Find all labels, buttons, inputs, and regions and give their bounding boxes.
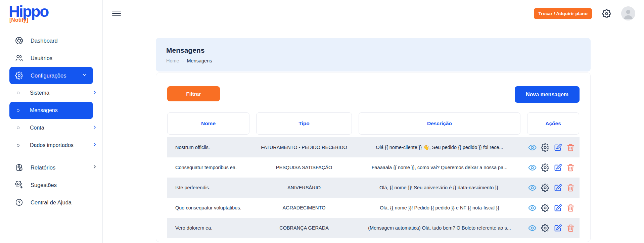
- edit-button[interactable]: [554, 163, 562, 172]
- column-header-tipo[interactable]: Tipo: [256, 112, 352, 135]
- edit-button[interactable]: [554, 143, 562, 152]
- gear-icon: [541, 163, 549, 172]
- chevron-right-icon: [92, 142, 98, 149]
- delete-button[interactable]: [566, 143, 575, 152]
- sidebar-item-label: Relatórios: [31, 164, 55, 171]
- settings-button[interactable]: [541, 204, 549, 212]
- settings-button[interactable]: [541, 163, 549, 172]
- cell-tipo: ANIVERSÁRIO: [253, 185, 355, 190]
- table-row: Consequatur temporibus ea.PESQUISA SATIS…: [167, 157, 580, 178]
- chevron-right-icon: [92, 164, 98, 171]
- cell-descricao: Olá {{ nome-cliente }} 👋, Seu pedido {{ …: [355, 145, 524, 150]
- page-header-card: Mensagens Home · Mensagens: [156, 38, 591, 71]
- menu-toggle-button[interactable]: [112, 11, 121, 16]
- sidebar-nav: DashboardUsuáriosConfiguraçõesSistemaMen…: [0, 32, 102, 211]
- sidebar-item-label: Sistema: [30, 90, 49, 96]
- cell-tipo: AGRADECIMENTO: [253, 205, 355, 210]
- sidebar-item-label: Usuários: [31, 55, 52, 61]
- view-button[interactable]: [528, 184, 537, 192]
- eye-icon: [528, 224, 537, 232]
- brand-logo[interactable]: Hippo [Notify]: [0, 0, 102, 23]
- column-header-descricao[interactable]: Descrição: [359, 112, 520, 135]
- settings-button[interactable]: [541, 143, 549, 152]
- sidebar-item-dados-importados[interactable]: Dados importados: [0, 137, 102, 154]
- settings-gear-icon[interactable]: [602, 9, 611, 18]
- cell-acoes: [524, 224, 579, 232]
- help-icon: [15, 198, 23, 206]
- trash-icon: [566, 163, 575, 172]
- sidebar-item-label: Central de Ajuda: [31, 199, 72, 206]
- eye-icon: [528, 163, 537, 172]
- cell-nome: Quo consequatur voluptatibus.: [167, 205, 253, 210]
- cell-nome: Consequatur temporibus ea.: [167, 165, 253, 170]
- new-message-button[interactable]: Nova mensagem: [515, 86, 580, 103]
- topbar: Trocar / Adquirir plano: [103, 0, 644, 27]
- sidebar-item-central-de-ajuda[interactable]: Central de Ajuda: [0, 194, 102, 211]
- breadcrumb-separator: ·: [182, 58, 184, 63]
- cell-nome: Iste perferendis.: [167, 185, 253, 190]
- breadcrumb: Home · Mensagens: [166, 58, 580, 63]
- chevron-right-icon: [92, 89, 98, 97]
- sidebar-item-label: Conta: [30, 125, 44, 131]
- delete-button[interactable]: [566, 184, 575, 192]
- content-card: Filtrar Nova mensagem NomeTipoDescriçãoA…: [156, 72, 591, 242]
- delete-button[interactable]: [566, 224, 575, 232]
- trash-icon: [566, 224, 575, 232]
- eye-icon: [528, 143, 537, 152]
- gear-icon: [15, 71, 23, 80]
- gear-plus-icon: [15, 181, 23, 189]
- edit-button[interactable]: [554, 184, 562, 192]
- sidebar-item-usuarios[interactable]: Usuários: [0, 49, 102, 67]
- page-content: Mensagens Home · Mensagens Filtrar Nova …: [103, 27, 644, 242]
- gear-icon: [541, 143, 549, 152]
- filter-button[interactable]: Filtrar: [167, 86, 220, 101]
- bullet-icon: [17, 92, 19, 94]
- sidebar-item-label: Configurações: [31, 72, 66, 79]
- cell-acoes: [524, 204, 579, 212]
- column-header-acoes[interactable]: Ações: [527, 112, 579, 135]
- view-button[interactable]: [528, 143, 537, 152]
- cell-acoes: [524, 163, 579, 172]
- settings-button[interactable]: [541, 224, 549, 232]
- sidebar-item-relatorios[interactable]: Relatórios: [0, 159, 102, 176]
- gear-icon: [541, 204, 549, 212]
- sidebar-item-sistema[interactable]: Sistema: [0, 84, 102, 102]
- sidebar-item-mensagens[interactable]: Mensagens: [9, 102, 93, 119]
- view-button[interactable]: [528, 224, 537, 232]
- edit-button[interactable]: [554, 224, 562, 232]
- trash-icon: [566, 204, 575, 212]
- view-button[interactable]: [528, 163, 537, 172]
- table-row: Vero dolorem ea.COBRANÇA GERADA(Mensagem…: [167, 218, 580, 238]
- sidebar-item-sugestoes[interactable]: Sugestões: [0, 176, 102, 194]
- cell-acoes: [524, 184, 579, 192]
- eye-icon: [528, 204, 537, 212]
- cell-nome: Vero dolorem ea.: [167, 225, 253, 231]
- sidebar-item-conta[interactable]: Conta: [0, 119, 102, 137]
- cell-descricao: Faaaaala {{ nome }}, como vai? Queremos …: [355, 165, 524, 170]
- report-icon: [15, 163, 23, 172]
- view-button[interactable]: [528, 204, 537, 212]
- dashboard-icon: [15, 37, 23, 45]
- page-title: Mensagens: [166, 46, 580, 54]
- chevron-down-icon: [82, 72, 88, 79]
- plan-button[interactable]: Trocar / Adquirir plano: [534, 8, 592, 19]
- settings-button[interactable]: [541, 184, 549, 192]
- users-icon: [15, 54, 23, 62]
- bullet-icon: [17, 144, 19, 147]
- bullet-icon: [17, 109, 19, 112]
- delete-button[interactable]: [566, 204, 575, 212]
- breadcrumb-home[interactable]: Home: [166, 58, 179, 63]
- table-row: Nostrum officiis.FATURAMENTO - PEDIDO RE…: [167, 137, 580, 157]
- edit-button[interactable]: [554, 204, 562, 212]
- sidebar-item-dashboard[interactable]: Dashboard: [0, 32, 102, 49]
- brand-tag: [Notify]: [9, 17, 102, 23]
- table-row: Iste perferendis.ANIVERSÁRIOOlá, {{ nome…: [167, 178, 580, 198]
- avatar[interactable]: [621, 6, 635, 20]
- table-row: Quo consequatur voluptatibus.AGRADECIMEN…: [167, 198, 580, 218]
- delete-button[interactable]: [566, 163, 575, 172]
- gear-icon: [541, 224, 549, 232]
- trash-icon: [566, 184, 575, 192]
- sidebar-item-configuracoes[interactable]: Configurações: [9, 67, 93, 84]
- cell-tipo: FATURAMENTO - PEDIDO RECEBIDO: [253, 145, 355, 150]
- column-header-nome[interactable]: Nome: [167, 112, 249, 135]
